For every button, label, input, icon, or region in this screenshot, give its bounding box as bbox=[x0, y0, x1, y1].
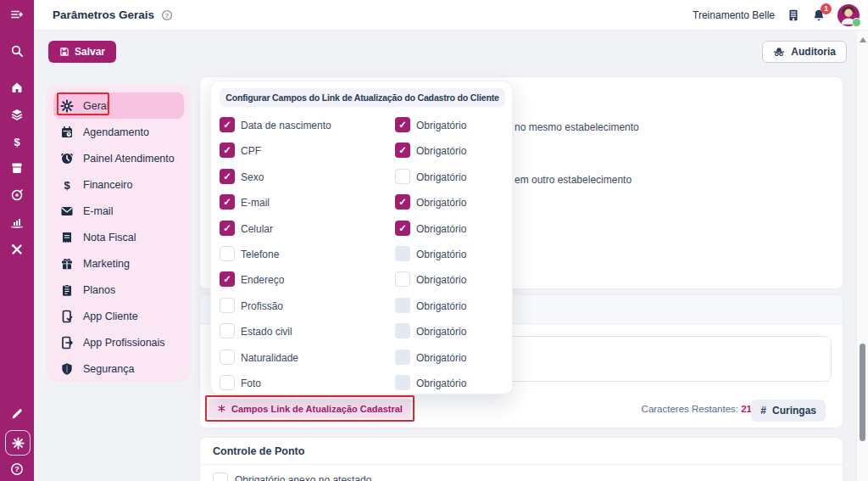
menu-item-label: App Profissionais bbox=[83, 337, 165, 349]
menu-item-financeiro[interactable]: $Financeiro bbox=[47, 171, 191, 198]
envelope-icon bbox=[60, 204, 74, 218]
shield-icon bbox=[60, 362, 74, 376]
incognito-icon bbox=[773, 46, 785, 58]
required-label: Obrigatório bbox=[416, 223, 466, 235]
popup-field-row: FotoObrigatório bbox=[211, 370, 512, 394]
setting-label-fragment-same: no mesmo estabelecimento bbox=[515, 121, 639, 133]
required-checkbox[interactable] bbox=[395, 169, 410, 184]
target-icon[interactable] bbox=[10, 188, 24, 202]
menu-item-agendamento[interactable]: Agendamento bbox=[47, 119, 191, 145]
required-label: Obrigatório bbox=[416, 145, 466, 157]
clock-icon bbox=[60, 152, 74, 165]
field-label: E-mail bbox=[241, 197, 270, 209]
save-button[interactable]: Salvar bbox=[48, 41, 116, 63]
popup-field-row: CPFObrigatório bbox=[211, 137, 512, 163]
required-checkbox[interactable] bbox=[395, 194, 410, 210]
avatar[interactable] bbox=[837, 4, 860, 26]
popup-field-row: ProfissãoObrigatório bbox=[211, 293, 512, 318]
required-checkbox bbox=[395, 246, 410, 261]
required-checkbox bbox=[395, 350, 410, 365]
required-checkbox[interactable] bbox=[395, 221, 410, 236]
company-building-icon[interactable] bbox=[787, 8, 800, 22]
required-label: Obrigatório bbox=[416, 274, 466, 286]
user-name: Treinamento Belle bbox=[693, 9, 775, 21]
menu-item-geral[interactable]: Geral bbox=[53, 92, 184, 119]
tools-icon[interactable] bbox=[10, 243, 24, 256]
scroll-up-arrow[interactable] bbox=[860, 37, 866, 42]
expand-menu-icon[interactable] bbox=[10, 8, 24, 21]
required-label: Obrigatório bbox=[416, 326, 466, 338]
field-label: Estado civil bbox=[241, 326, 292, 338]
field-label: Foto bbox=[241, 378, 261, 389]
layers-icon[interactable] bbox=[10, 108, 24, 121]
menu-item-marketing[interactable]: Marketing bbox=[47, 250, 191, 277]
required-label: Obrigatório bbox=[416, 352, 466, 364]
menu-item-nota-fiscal[interactable]: Nota Fiscal bbox=[47, 224, 191, 250]
edit-icon[interactable] bbox=[10, 407, 24, 421]
field-checkbox[interactable] bbox=[220, 323, 235, 338]
required-checkbox[interactable] bbox=[395, 271, 410, 287]
title-help-icon[interactable]: ? bbox=[161, 9, 173, 21]
field-checkbox[interactable] bbox=[220, 221, 235, 236]
field-label: Profissão bbox=[241, 300, 283, 312]
popup-field-row: SexoObrigatório bbox=[211, 164, 512, 189]
wildcards-button[interactable]: # Curingas bbox=[751, 400, 826, 422]
ponto-checkbox[interactable] bbox=[213, 473, 228, 481]
inventory-icon[interactable] bbox=[10, 161, 24, 175]
field-label: Naturalidade bbox=[241, 352, 298, 364]
chars-remaining-label: Caracteres Restantes: bbox=[642, 404, 738, 414]
scrollbar-thumb[interactable] bbox=[860, 344, 865, 441]
menu-item-planos[interactable]: Planos bbox=[47, 277, 191, 303]
help-icon[interactable]: ? bbox=[10, 462, 24, 476]
scrollbar[interactable] bbox=[856, 31, 868, 481]
phone-arrow-icon bbox=[60, 336, 74, 350]
notification-badge: 1 bbox=[821, 3, 832, 14]
required-label: Obrigatório bbox=[416, 249, 466, 260]
required-checkbox[interactable] bbox=[395, 117, 410, 132]
field-checkbox[interactable] bbox=[220, 246, 235, 261]
audit-button-label: Auditoria bbox=[791, 46, 836, 58]
home-icon[interactable] bbox=[10, 81, 24, 94]
settings-icon[interactable] bbox=[5, 430, 31, 456]
field-checkbox[interactable] bbox=[220, 169, 235, 184]
svg-text:?: ? bbox=[165, 11, 170, 19]
menu-item-app-profissionais[interactable]: App Profissionais bbox=[47, 329, 191, 355]
chars-remaining-value: 21 bbox=[741, 404, 752, 414]
field-checkbox[interactable] bbox=[220, 271, 235, 287]
notifications-bell-icon[interactable]: 1 bbox=[812, 8, 826, 22]
menu-item-app-cliente[interactable]: App Cliente bbox=[47, 303, 191, 329]
menu-item-label: Painel Atendimento bbox=[83, 153, 175, 165]
menu-item-label: Marketing bbox=[83, 258, 130, 270]
menu-item-segurança[interactable]: Segurança bbox=[47, 355, 191, 382]
gear-icon bbox=[60, 99, 74, 113]
ponto-card: Controle de Ponto Obrigatório anexo no a… bbox=[199, 437, 843, 481]
field-label: Data de nascimento bbox=[241, 120, 331, 131]
field-checkbox[interactable] bbox=[220, 298, 235, 313]
svg-text:$: $ bbox=[14, 136, 20, 148]
field-label: CPF bbox=[241, 145, 261, 157]
menu-item-painel-atendimento[interactable]: Painel Atendimento bbox=[47, 145, 191, 171]
required-label: Obrigatório bbox=[416, 300, 466, 312]
menu-item-label: E-mail bbox=[83, 205, 113, 217]
required-label: Obrigatório bbox=[416, 378, 466, 389]
asterisk-icon bbox=[217, 404, 226, 413]
user-area: Treinamento Belle 1 bbox=[693, 4, 860, 26]
popup-rows: Data de nascimentoObrigatórioCPFObrigató… bbox=[211, 112, 512, 394]
dollar-icon: $ bbox=[60, 178, 74, 192]
audit-button[interactable]: Auditoria bbox=[762, 41, 847, 63]
menu-item-label: Financeiro bbox=[83, 179, 132, 191]
field-checkbox[interactable] bbox=[220, 117, 235, 132]
menu-item-label: Agendamento bbox=[83, 126, 149, 138]
finance-icon[interactable]: $ bbox=[10, 135, 24, 148]
field-checkbox[interactable] bbox=[220, 375, 235, 390]
field-checkbox[interactable] bbox=[220, 350, 235, 365]
search-icon[interactable] bbox=[10, 44, 24, 58]
required-checkbox[interactable] bbox=[395, 143, 410, 158]
required-label: Obrigatório bbox=[416, 197, 466, 209]
field-checkbox[interactable] bbox=[220, 143, 235, 158]
fields-link-button[interactable]: Campos Link de Atualização Cadastral bbox=[209, 399, 411, 418]
field-checkbox[interactable] bbox=[220, 194, 235, 210]
reports-icon[interactable] bbox=[10, 215, 24, 229]
popup-field-row: Data de nascimentoObrigatório bbox=[211, 112, 512, 137]
menu-item-e-mail[interactable]: E-mail bbox=[47, 198, 191, 224]
